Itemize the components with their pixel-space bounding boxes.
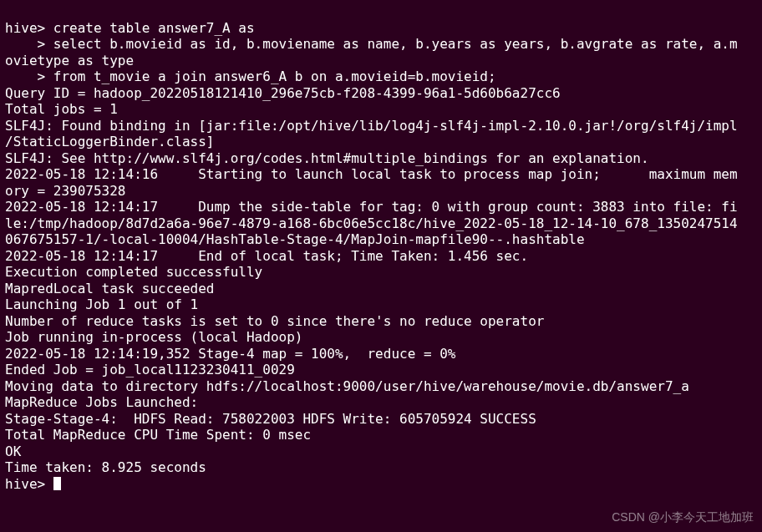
- terminal-line: 2022-05-18 12:14:16 Starting to launch l…: [5, 166, 738, 182]
- terminal-line: Stage-Stage-4: HDFS Read: 758022003 HDFS…: [5, 411, 536, 427]
- terminal-line: MapredLocal task succeeded: [5, 281, 214, 296]
- terminal-line: Query ID = hadoop_20220518121410_296e75c…: [5, 85, 561, 101]
- terminal-line: 2022-05-18 12:14:17 End of local task; T…: [5, 248, 528, 264]
- terminal-line: ovietype as type: [5, 53, 134, 68]
- terminal-line: Moving data to directory hdfs://localhos…: [5, 378, 689, 394]
- terminal-line: Total MapReduce CPU Time Spent: 0 msec: [5, 427, 311, 443]
- terminal-output[interactable]: hive> create table answer7_A as > select…: [0, 0, 762, 492]
- terminal-line: Launching Job 1 out of 1: [5, 296, 198, 312]
- terminal-prompt[interactable]: hive>: [5, 476, 53, 492]
- terminal-line: MapReduce Jobs Launched:: [5, 394, 198, 410]
- terminal-line: Job running in-process (local Hadoop): [5, 329, 302, 345]
- terminal-line: 067675157-1/-local-10004/HashTable-Stage…: [5, 231, 585, 247]
- terminal-line: 2022-05-18 12:14:17 Dump the side-table …: [5, 199, 738, 215]
- terminal-line: 2022-05-18 12:14:19,352 Stage-4 map = 10…: [5, 346, 455, 362]
- terminal-line: Number of reduce tasks is set to 0 since…: [5, 313, 544, 329]
- terminal-line: > from t_movie a join answer6_A b on a.m…: [5, 68, 496, 84]
- terminal-line: Total jobs = 1: [5, 101, 118, 117]
- watermark-text: CSDN @小李今天工地加班: [612, 509, 754, 526]
- terminal-line: Time taken: 8.925 seconds: [5, 459, 206, 475]
- terminal-line: Execution completed successfully: [5, 264, 262, 280]
- terminal-line: ory = 239075328: [5, 183, 126, 199]
- terminal-line: SLF4J: See http://www.slf4j.org/codes.ht…: [5, 150, 649, 166]
- terminal-line: /StaticLoggerBinder.class]: [5, 134, 214, 149]
- terminal-line: le:/tmp/hadoop/8d7d2a6a-96e7-4879-a168-6…: [5, 215, 738, 231]
- terminal-line: hive> create table answer7_A as: [5, 20, 255, 36]
- terminal-line: > select b.movieid as id, b.moviename as…: [5, 36, 738, 52]
- cursor-icon: [53, 477, 61, 490]
- terminal-line: Ended Job = job_local1123230411_0029: [5, 362, 295, 377]
- terminal-line: OK: [5, 443, 21, 459]
- terminal-line: SLF4J: Found binding in [jar:file:/opt/h…: [5, 118, 738, 134]
